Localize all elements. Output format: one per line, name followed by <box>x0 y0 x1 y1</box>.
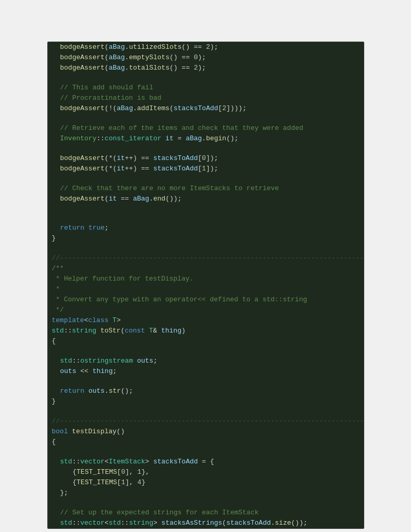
code-line: {TEST_ITEMS[0], 1}, <box>48 468 150 477</box>
empty-line <box>48 407 364 416</box>
line: */ <box>48 305 364 315</box>
empty-line <box>48 73 364 83</box>
line: }; <box>48 488 364 498</box>
line: } <box>48 396 364 407</box>
line: return true; <box>48 223 364 233</box>
comment-line: /** <box>48 264 64 273</box>
divider-line: //--------------------------------------… <box>48 253 364 263</box>
line: bodgeAssert(!(aBag.addItems(stacksToAdd[… <box>48 103 364 114</box>
divider-text: //--------------------------------------… <box>48 254 364 263</box>
code-line: bodgeAssert(it == aBag.end()); <box>48 194 182 204</box>
code-line: std::vector<ItemStack> stacksToAdd = { <box>48 457 215 467</box>
empty-line <box>48 114 364 123</box>
code-line: return true; <box>48 223 109 233</box>
line: /** <box>48 263 364 274</box>
code-line: std::ostringstream outs; <box>48 356 157 366</box>
line: return outs.str(); <box>48 386 364 396</box>
code-line: outs << thing; <box>48 367 117 376</box>
line: std::ostringstream outs; <box>48 356 364 366</box>
comment-line: * Convert any type with an operator<< de… <box>48 295 307 304</box>
code-content: bodgeAssert(aBag.utilizedSlots() == 2); … <box>48 42 364 528</box>
code-line: } <box>48 234 56 243</box>
code-line: bool testDisplay() <box>48 427 125 436</box>
code-line: } <box>48 397 56 406</box>
line: * Convert any type with an operator<< de… <box>48 295 364 305</box>
line: bodgeAssert(aBag.emptySlots() == 0); <box>48 52 364 63</box>
code-line: std::string toStr(const T& thing) <box>48 326 186 336</box>
line: } <box>48 233 364 244</box>
line: * Helper function for testDisplay. <box>48 274 364 284</box>
divider-line: //--------------------------------------… <box>48 416 364 427</box>
empty-line <box>48 204 364 214</box>
line: {TEST_ITEMS[0], 1}, <box>48 467 364 477</box>
comment-line: // Set up the expected strings for each … <box>48 508 259 517</box>
comment-line: // Procrastination is bad <box>48 94 162 103</box>
line: { <box>48 437 364 447</box>
comment-line: * <box>48 285 60 294</box>
line: Inventory::const_iterator it = aBag.begi… <box>48 134 364 144</box>
code-line: }; <box>48 488 69 498</box>
line: bodgeAssert(*(it++) == stacksToAdd[0]); <box>48 153 364 164</box>
empty-line <box>48 214 364 223</box>
code-line: bodgeAssert(!(aBag.addItems(stacksToAdd[… <box>48 104 247 113</box>
code-line: bodgeAssert(*(it++) == stacksToAdd[1]); <box>48 164 218 174</box>
line: template<class T> <box>48 315 364 326</box>
line: std::string toStr(const T& thing) <box>48 326 364 336</box>
code-line: return outs.str(); <box>48 387 133 396</box>
line: bodgeAssert(it == aBag.end()); <box>48 194 364 204</box>
empty-line <box>48 377 364 386</box>
line: { <box>48 336 364 347</box>
line: std::vector<ItemStack> stacksToAdd = { <box>48 457 364 467</box>
line: // Procrastination is bad <box>48 93 364 103</box>
code-line: Inventory::const_iterator it = aBag.begi… <box>48 134 238 143</box>
code-line: bodgeAssert(aBag.emptySlots() == 0); <box>48 53 206 62</box>
code-line: bodgeAssert(*(it++) == stacksToAdd[0]); <box>48 154 218 163</box>
empty-line <box>48 347 364 356</box>
divider-text: //--------------------------------------… <box>48 417 364 426</box>
empty-line <box>48 498 364 508</box>
line: // Retrieve each of the items and check … <box>48 123 364 134</box>
comment-line: // This add should fail <box>48 83 153 92</box>
line: outs << thing; <box>48 366 364 377</box>
comment-line: // Check that there are no more ItemStac… <box>48 184 279 193</box>
empty-line <box>48 174 364 183</box>
line: // Check that there are no more ItemStac… <box>48 183 364 194</box>
empty-line <box>48 244 364 253</box>
code-line: {TEST_ITEMS[1], 4} <box>48 478 145 487</box>
line: {TEST_ITEMS[1], 4} <box>48 477 364 488</box>
code-line: bodgeAssert(aBag.utilizedSlots() == 2); <box>48 43 218 52</box>
code-line: std::vector<std::string> stacksAsStrings… <box>48 518 308 528</box>
line: // This add should fail <box>48 83 364 93</box>
line: // Set up the expected strings for each … <box>48 508 364 518</box>
code-editor: bodgeAssert(aBag.utilizedSlots() == 2); … <box>47 42 364 529</box>
code-line: template<class T> <box>48 316 121 325</box>
line: bodgeAssert(*(it++) == stacksToAdd[1]); <box>48 164 364 174</box>
code-line: { <box>48 437 56 447</box>
line: * <box>48 284 364 295</box>
comment-line: // Retrieve each of the items and check … <box>48 124 303 133</box>
comment-line: */ <box>48 305 64 315</box>
empty-line <box>48 144 364 153</box>
line: bodgeAssert(aBag.totalSlots() == 2); <box>48 63 364 73</box>
line: bodgeAssert(aBag.utilizedSlots() == 2); <box>48 42 364 52</box>
line: bool testDisplay() <box>48 427 364 437</box>
empty-line <box>48 447 364 457</box>
code-line: bodgeAssert(aBag.totalSlots() == 2); <box>48 63 206 73</box>
comment-line: * Helper function for testDisplay. <box>48 274 194 284</box>
code-line: { <box>48 337 56 346</box>
line: std::vector<std::string> stacksAsStrings… <box>48 518 364 528</box>
